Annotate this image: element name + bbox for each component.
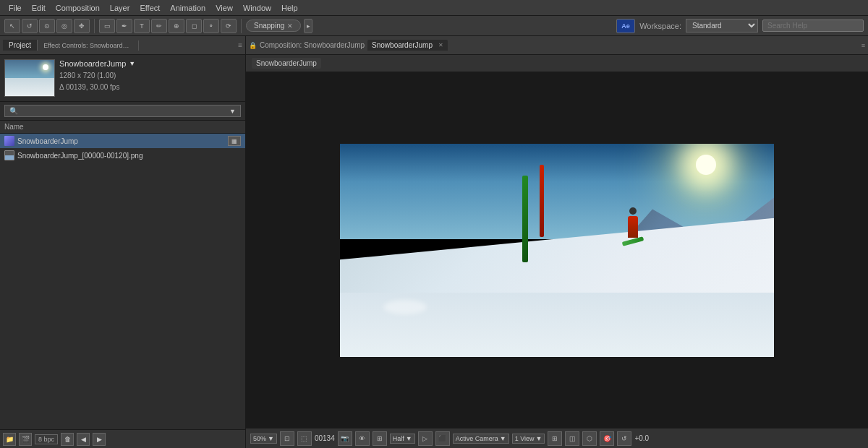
menu-composition[interactable]: Composition (51, 2, 104, 14)
comp-tab-close-icon[interactable]: ✕ (438, 42, 443, 48)
3d-view-btn[interactable]: ⬡ (582, 431, 597, 446)
prev-btn[interactable]: ◀ (77, 433, 90, 446)
menu-effect[interactable]: Effect (135, 2, 164, 14)
menu-animation[interactable]: Animation (166, 2, 210, 14)
effect-controls-tab[interactable]: Effect Controls: SnowboarderJump_[00000-… (38, 40, 139, 51)
comp-sub-tab-name[interactable]: SnowboarderJump (252, 58, 321, 69)
snapshot-btn[interactable]: 📷 (338, 431, 352, 446)
quality-dropdown-icon: ▼ (406, 435, 412, 442)
toolbar: ↖ ↺ ⊙ ◎ ✥ ▭ ✒ T ✏ ⊕ ◻ ⚬ ⟳ Snapping ✕ ▸ A… (0, 16, 868, 36)
snapping-close-icon[interactable]: ✕ (287, 22, 293, 30)
left-panel: Project Effect Controls: SnowboarderJump… (0, 36, 246, 448)
rotate-tool[interactable]: ↺ (22, 19, 38, 33)
snapping-toggle[interactable]: Snapping ✕ (246, 20, 301, 32)
project-panel-tab[interactable]: Project (3, 40, 38, 51)
camera-dropdown-icon: ▼ (500, 435, 506, 442)
comp-viewer[interactable] (246, 72, 868, 428)
arrow-tool[interactable]: ↖ (4, 19, 20, 33)
exposure-reset-btn[interactable]: ↺ (617, 431, 631, 446)
footage-dimensions: 1280 x 720 (1.00) (59, 70, 241, 82)
scene-snowboarder (622, 207, 644, 251)
project-list-header: Name (0, 121, 245, 134)
scene-sun (696, 155, 716, 175)
footage-details: SnowboarderJump ▼ 1280 x 720 (1.00) Δ 00… (59, 59, 241, 93)
new-folder-btn[interactable]: 📁 (3, 433, 16, 446)
clone-tool[interactable]: ⊕ (169, 19, 184, 33)
comp-tab-scroll-arrows[interactable]: ≡ (861, 42, 865, 49)
project-bottom-toolbar: 📁 🎬 8 bpc 🗑 ◀ ▶ (0, 429, 245, 448)
panel-menu-icon[interactable]: ≡ (238, 41, 242, 49)
renderer-btn[interactable]: 🎯 (600, 431, 614, 446)
footage-item-icon (4, 150, 14, 160)
footage-dropdown-icon[interactable]: ▼ (129, 60, 135, 67)
scene-pole-left (522, 176, 528, 262)
workspace-select[interactable]: Standard (686, 19, 758, 33)
exposure-value: +0.0 (634, 434, 649, 442)
comp-item-icon (4, 136, 14, 146)
menu-window[interactable]: Window (239, 2, 276, 14)
toolbar-selection-tools: ↖ ↺ ⊙ ◎ ✥ (4, 19, 95, 33)
ae-logo: Ae (616, 19, 635, 33)
pan-behind-tool[interactable]: ✥ (74, 19, 90, 33)
menu-edit[interactable]: Edit (27, 2, 50, 14)
show-snapshot-btn[interactable]: 👁 (355, 431, 370, 446)
search-icon: 🔍 (9, 107, 18, 115)
delete-btn[interactable]: 🗑 (61, 433, 74, 446)
view-dropdown[interactable]: 1 View ▼ (512, 434, 545, 444)
menu-file[interactable]: File (4, 2, 26, 14)
comp-sub-tab: SnowboarderJump (246, 55, 868, 72)
footage-item-name: SnowboarderJump_[00000-00120].png (17, 152, 241, 160)
comp-item-name: SnowboarderJump (17, 137, 225, 145)
workspace-section: Ae Workspace: Standard (616, 19, 864, 33)
text-tool[interactable]: T (134, 19, 150, 33)
scene-pole-right (540, 165, 544, 237)
footage-frames: Δ 00139, 30.00 fps (59, 82, 241, 93)
toggle-pixel-btn[interactable]: ◫ (565, 431, 579, 446)
new-comp-btn[interactable]: 🎬 (19, 433, 32, 446)
footage-thumbnail[interactable] (4, 59, 55, 97)
search-dropdown-icon[interactable]: ▼ (229, 108, 236, 115)
show-grid-btn[interactable]: ⊞ (373, 431, 387, 446)
rect-tool[interactable]: ▭ (99, 19, 115, 33)
boarder-board (622, 236, 644, 246)
eraser-tool[interactable]: ◻ (186, 19, 202, 33)
comp-item-options[interactable]: ▦ (228, 136, 241, 146)
footage-info: SnowboarderJump ▼ 1280 x 720 (1.00) Δ 00… (0, 55, 245, 102)
snapping-extra-btn[interactable]: ▸ (304, 19, 312, 33)
zoom-dropdown[interactable]: 50% ▼ (250, 434, 277, 444)
project-search-input[interactable]: 🔍 ▼ (4, 105, 241, 117)
comp-tab-name: SnowboarderJump (372, 41, 433, 49)
project-item-comp[interactable]: SnowboarderJump ▦ (0, 134, 245, 148)
next-btn[interactable]: ▶ (93, 433, 106, 446)
brush-tool[interactable]: ✏ (151, 19, 167, 33)
zoom-dropdown-icon: ▼ (268, 435, 274, 442)
camera-dropdown[interactable]: Active Camera ▼ (453, 434, 509, 444)
menu-view[interactable]: View (211, 2, 237, 14)
footage-name-label: SnowboarderJump ▼ (59, 59, 241, 68)
fit-comp-btn[interactable]: ⊡ (280, 431, 294, 446)
comp-name-tab[interactable]: SnowboarderJump ✕ (367, 40, 448, 51)
puppet-tool[interactable]: ⟳ (221, 19, 237, 33)
project-search-bar: 🔍 ▼ (0, 102, 245, 121)
main-layout: Project Effect Controls: SnowboarderJump… (0, 36, 868, 448)
boarder-head (629, 207, 637, 215)
transparency-btn[interactable]: ⬛ (435, 431, 450, 446)
menu-layer[interactable]: Layer (106, 2, 135, 14)
choose-grid-btn[interactable]: ⊞ (548, 431, 562, 446)
project-item-footage[interactable]: SnowboarderJump_[00000-00120].png (0, 148, 245, 163)
region-of-interest-btn[interactable]: ⬚ (297, 431, 312, 446)
unified-camera-tool[interactable]: ◎ (56, 19, 72, 33)
panel-tabs: Project Effect Controls: SnowboarderJump… (0, 36, 245, 55)
pen-tool[interactable]: ✒ (116, 19, 132, 33)
fast-preview-btn[interactable]: ▷ (418, 431, 433, 446)
comp-tabs-bar: 🔒 Composition: SnowboarderJump Snowboard… (246, 36, 868, 55)
menu-help[interactable]: Help (277, 2, 302, 14)
search-help-input[interactable] (762, 20, 864, 32)
roto-tool[interactable]: ⚬ (203, 19, 219, 33)
quality-dropdown[interactable]: Half ▼ (390, 434, 415, 444)
snapping-label: Snapping (254, 22, 284, 30)
view-dropdown-icon: ▼ (536, 435, 542, 442)
camera-orbit-tool[interactable]: ⊙ (39, 19, 55, 33)
comp-lock-icon: 🔒 (249, 42, 257, 49)
workspace-label: Workspace: (639, 22, 681, 30)
